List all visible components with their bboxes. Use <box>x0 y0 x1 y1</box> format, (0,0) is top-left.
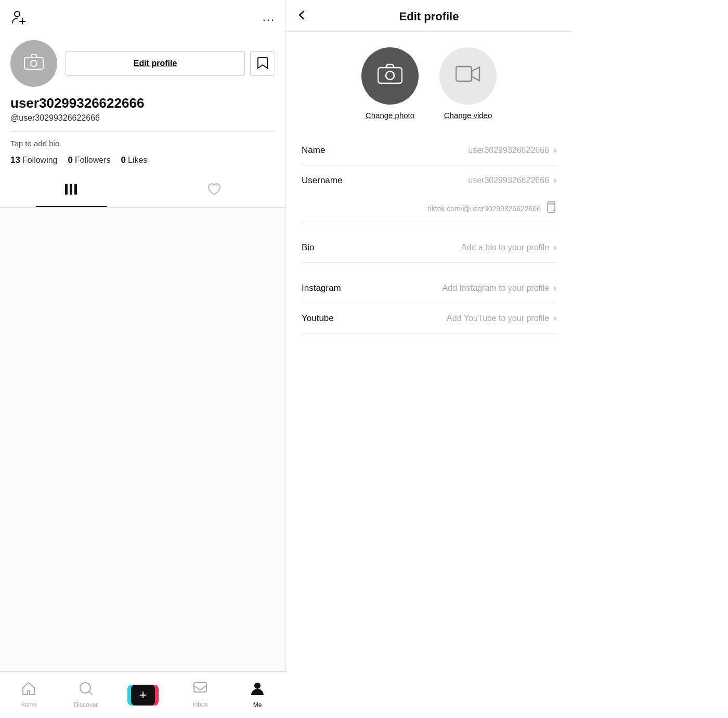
svg-rect-12 <box>378 68 402 83</box>
bio-row[interactable]: Bio Add a bio to your profile › <box>302 233 556 263</box>
right-content: Change photo Change video Name user <box>286 32 572 718</box>
grid-icon <box>64 183 79 200</box>
handle-display: @user30299326622666 <box>10 113 275 123</box>
instagram-label: Instagram <box>302 283 364 293</box>
liked-icon <box>207 183 222 200</box>
change-video-option[interactable]: Change video <box>439 47 497 120</box>
inbox-label: Inbox <box>192 701 207 708</box>
name-row[interactable]: Name user30299326622666 › <box>302 135 556 165</box>
bio-placeholder[interactable]: Tap to add bio <box>10 139 275 148</box>
youtube-value: Add YouTube to your profile <box>364 314 553 323</box>
svg-rect-5 <box>65 184 68 195</box>
back-button[interactable] <box>296 9 308 24</box>
following-count: 13 <box>10 155 20 165</box>
bio-label: Bio <box>302 242 364 253</box>
bottom-nav: Home Discover + <box>0 671 286 718</box>
discover-label: Discover <box>74 701 98 709</box>
svg-point-11 <box>254 683 261 689</box>
link-row: tiktok.com/@user30299326622666 <box>302 195 556 222</box>
edit-profile-title: Edit profile <box>316 10 542 23</box>
nav-inbox[interactable]: Inbox <box>172 682 229 708</box>
discover-icon <box>79 681 93 699</box>
svg-line-9 <box>89 691 92 695</box>
followers-stat[interactable]: 0 Followers <box>68 155 111 165</box>
followers-label: Followers <box>75 156 110 165</box>
video-camera-icon <box>456 65 480 88</box>
nav-discover[interactable]: Discover <box>57 681 114 709</box>
svg-rect-6 <box>70 184 72 195</box>
left-header: ··· <box>0 0 285 35</box>
username-label: Username <box>302 175 364 186</box>
me-icon <box>251 681 264 699</box>
youtube-chevron-icon: › <box>553 313 556 324</box>
instagram-chevron-icon: › <box>553 283 556 293</box>
divider <box>10 131 275 132</box>
spacer2 <box>302 263 556 273</box>
home-icon <box>21 682 36 699</box>
change-video-label: Change video <box>444 111 492 120</box>
profile-link: tiktok.com/@user30299326622666 <box>302 204 545 213</box>
change-photo-label: Change photo <box>366 111 414 120</box>
likes-label: Likes <box>128 156 147 165</box>
youtube-label: Youtube <box>302 313 364 324</box>
svg-point-4 <box>31 60 37 67</box>
username-display: user30299326622666 <box>10 95 275 111</box>
instagram-value: Add Instagram to your profile <box>364 284 553 293</box>
right-header: Edit profile <box>286 0 572 32</box>
avatar <box>10 40 57 87</box>
me-label: Me <box>253 701 262 709</box>
change-photo-option[interactable]: Change photo <box>361 47 419 120</box>
nav-home[interactable]: Home <box>0 682 57 708</box>
profile-section: Edit profile user30299326622666 @user302… <box>0 35 285 176</box>
likes-stat[interactable]: 0 Likes <box>121 155 147 165</box>
home-label: Home <box>20 701 37 708</box>
add-user-icon[interactable] <box>10 9 27 30</box>
spacer <box>302 222 556 233</box>
svg-rect-3 <box>24 57 43 69</box>
bio-chevron-icon: › <box>553 242 556 253</box>
profile-top-row: Edit profile <box>10 40 275 87</box>
svg-rect-14 <box>456 67 472 81</box>
likes-count: 0 <box>121 155 125 165</box>
left-panel: ··· Edit profile <box>0 0 286 718</box>
bookmark-button[interactable] <box>250 51 275 76</box>
content-area <box>0 208 285 718</box>
youtube-row[interactable]: Youtube Add YouTube to your profile › <box>302 303 556 334</box>
name-value: user30299326622666 <box>364 146 553 155</box>
copy-icon[interactable] <box>545 201 556 215</box>
username-row[interactable]: Username user30299326622666 › <box>302 165 556 195</box>
name-chevron-icon: › <box>553 145 556 156</box>
followers-count: 0 <box>68 155 73 165</box>
form-rows: Name user30299326622666 › Username user3… <box>302 135 556 334</box>
photo-video-row: Change photo Change video <box>302 47 556 120</box>
nav-create[interactable]: + <box>114 685 172 706</box>
right-panel: Edit profile Change photo <box>286 0 572 718</box>
name-label: Name <box>302 145 364 156</box>
instagram-row[interactable]: Instagram Add Instagram to your profile … <box>302 273 556 303</box>
stats-row: 13 Following 0 Followers 0 Likes <box>10 155 275 165</box>
photo-circle <box>361 47 419 105</box>
bio-value: Add a bio to your profile <box>364 243 553 252</box>
tab-grid[interactable] <box>0 176 143 207</box>
svg-point-0 <box>15 11 20 17</box>
svg-rect-7 <box>74 184 77 195</box>
tab-liked[interactable] <box>143 176 286 207</box>
inbox-icon <box>193 682 207 699</box>
following-label: Following <box>22 156 58 165</box>
more-options-icon[interactable]: ··· <box>263 13 275 27</box>
following-stat[interactable]: 13 Following <box>10 155 58 165</box>
avatar-camera-icon <box>24 53 44 74</box>
username-value: user30299326622666 <box>364 176 553 185</box>
svg-point-13 <box>386 71 394 80</box>
profile-actions: Edit profile <box>66 51 275 76</box>
camera-icon <box>378 63 402 89</box>
nav-me[interactable]: Me <box>229 681 286 709</box>
video-circle <box>439 47 497 105</box>
tabs-row <box>0 176 285 208</box>
edit-profile-button[interactable]: Edit profile <box>66 51 245 76</box>
username-chevron-icon: › <box>553 175 556 186</box>
